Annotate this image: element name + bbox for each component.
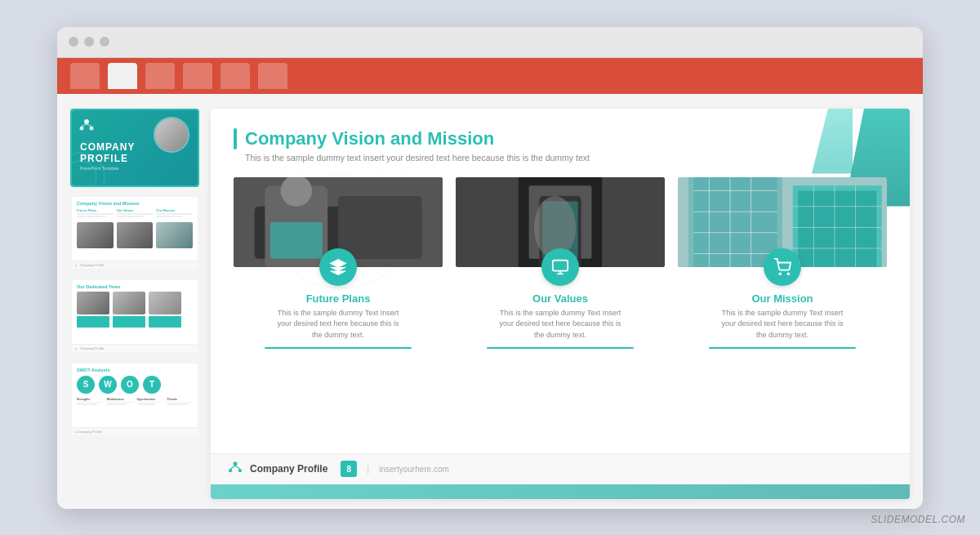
col2-icon-wrap — [541, 248, 579, 286]
col2-text: This is the sample dummy Text Insert you… — [495, 308, 626, 341]
slide-subtitle-text: This is the sample dummy text insert you… — [245, 153, 686, 163]
col-future-plans: Future Plans This is the sample dummy Te… — [234, 177, 443, 453]
svg-point-46 — [787, 273, 789, 274]
slide3-person-photo-2 — [113, 292, 145, 314]
col3-divider — [709, 347, 855, 349]
slide-thumb-2[interactable]: Company Vision and Mission Future Plans … — [70, 195, 199, 270]
slides-panel: COMPANY PROFILE PowerPoint Template — [70, 109, 199, 499]
slide3-person-1 — [77, 292, 109, 328]
browser-toolbar — [57, 58, 923, 94]
cart-icon — [773, 258, 791, 276]
slide3-title: Our Dedicated Team — [77, 284, 193, 289]
slide3-person-2 — [113, 292, 145, 328]
svg-rect-24 — [553, 260, 568, 270]
svg-point-49 — [238, 469, 242, 472]
svg-point-48 — [229, 469, 232, 472]
slide1-cover: COMPANY PROFILE PowerPoint Template — [72, 110, 198, 185]
col3-title: Our Mission — [751, 292, 813, 305]
watermark-text: SLIDEMODEL.COM — [871, 514, 965, 525]
tab-3[interactable] — [145, 63, 175, 89]
col2-title: Our Values — [532, 292, 588, 305]
svg-line-50 — [230, 466, 235, 469]
col-our-mission: Our Mission This is the sample dummy Tex… — [678, 177, 887, 453]
browser-content: COMPANY PROFILE PowerPoint Template — [57, 94, 923, 509]
slide2-img1 — [77, 222, 114, 248]
tab-2[interactable] — [108, 63, 137, 89]
slide-thumb-4[interactable]: SWOT Analysis S W O T Strengths — [70, 362, 199, 437]
tab-1[interactable] — [70, 63, 100, 89]
slide3-person-box-3 — [149, 316, 181, 328]
svg-point-1 — [80, 126, 84, 130]
col-our-values: Our Values This is the sample dummy Text… — [456, 177, 665, 453]
slide2-img2 — [117, 222, 154, 248]
monitor-icon — [551, 258, 569, 276]
svg-line-51 — [235, 466, 240, 469]
slide4-footer-label: Company Profile — [78, 430, 102, 434]
slide2-vision: Company Vision and Mission Future Plans … — [72, 197, 198, 269]
slide-title-text: Company Vision and Mission — [245, 128, 494, 149]
slide3-footer: ⬧ Company Profile — [72, 344, 198, 352]
bottom-teal-strip — [211, 484, 910, 499]
slide4-title: SWOT Analysis — [77, 368, 193, 372]
slide3-persons — [77, 292, 193, 328]
slide4-swot: SWOT Analysis S W O T Strengths — [72, 363, 198, 435]
col1-divider — [265, 347, 411, 349]
footer-url: insertyourhere.com — [379, 465, 449, 474]
tab-4[interactable] — [183, 63, 212, 89]
col1-icon-wrap — [319, 248, 357, 286]
browser-window: COMPANY PROFILE PowerPoint Template — [57, 27, 923, 509]
col3-icon-wrap — [764, 248, 801, 286]
slide-main-title: Company Vision and Mission — [234, 128, 887, 149]
footer-page-number: 8 — [341, 461, 357, 477]
watermark: SLIDEMODEL.COM — [871, 514, 965, 525]
slide4-footer: ⬧ Company Profile — [72, 427, 198, 435]
svg-point-5 — [72, 153, 105, 185]
svg-line-4 — [87, 124, 91, 127]
slide1-circle — [154, 117, 189, 153]
slide-footer: Company Profile 8 | insertyourhere.com — [211, 453, 910, 484]
main-slide: Company Vision and Mission This is the s… — [211, 109, 910, 499]
swot-o: O — [121, 376, 139, 394]
swot-t: T — [143, 376, 161, 394]
col1-title: Future Plans — [306, 292, 371, 305]
browser-titlebar — [57, 27, 923, 58]
browser-dot-red — [69, 37, 78, 47]
slide1-circle-image — [155, 118, 188, 151]
svg-rect-14 — [338, 196, 421, 259]
tab-6[interactable] — [258, 63, 287, 89]
slide2-footer-label: Company Profile — [80, 263, 105, 267]
svg-point-45 — [779, 273, 781, 274]
footer-logo-icon — [227, 459, 243, 479]
slide-thumb-1[interactable]: COMPANY PROFILE PowerPoint Template — [70, 109, 199, 187]
slide2-img3 — [156, 222, 193, 248]
slide2-footer: ⬧ Company Profile — [72, 261, 198, 269]
slide3-person-photo-3 — [149, 292, 181, 314]
slide1-logo-icon — [78, 117, 95, 133]
swot-w: W — [99, 376, 117, 394]
swot-s: S — [77, 376, 95, 394]
svg-rect-15 — [270, 222, 323, 259]
slide-title-area: Company Vision and Mission This is the s… — [234, 128, 887, 163]
footer-brand-text: Company Profile — [250, 463, 327, 475]
browser-dot-yellow — [84, 37, 94, 47]
col1-text: This is the sample dummy Text Insert you… — [273, 308, 403, 341]
slide2-title: Company Vision and Mission — [77, 201, 193, 206]
slide-thumb-3[interactable]: Our Dedicated Team — [70, 279, 199, 354]
layers-icon — [329, 258, 347, 276]
swot-letters: S W O T — [77, 376, 193, 394]
columns-row: Future Plans This is the sample dummy Te… — [234, 177, 887, 453]
col2-divider — [487, 347, 633, 349]
svg-rect-38 — [798, 190, 876, 266]
svg-point-0 — [84, 119, 89, 124]
browser-dot-green — [100, 37, 109, 47]
slide3-person-photo-1 — [77, 292, 109, 314]
slide3-team: Our Dedicated Team — [72, 280, 198, 352]
tab-5[interactable] — [220, 63, 250, 89]
svg-line-3 — [82, 124, 87, 127]
title-bar-decoration — [234, 128, 237, 149]
footer-divider: | — [367, 464, 369, 474]
slide3-person-3 — [149, 292, 181, 328]
svg-point-2 — [90, 126, 94, 130]
main-slide-content: Company Vision and Mission This is the s… — [211, 109, 910, 453]
col3-text: This is the sample dummy Text Insert you… — [717, 308, 848, 341]
